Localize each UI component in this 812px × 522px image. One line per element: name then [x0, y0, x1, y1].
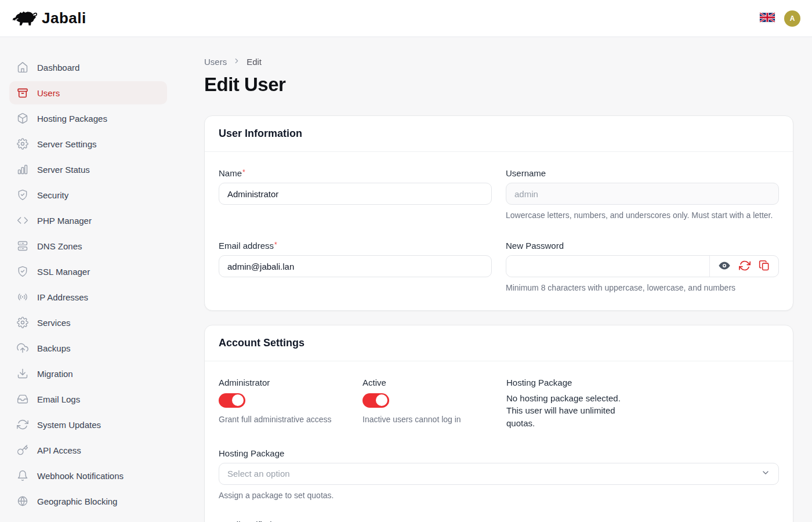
sidebar-item-ssl-manager[interactable]: SSL Manager: [9, 260, 167, 283]
password-field-group: New Password: [506, 241, 779, 293]
card-title: Account Settings: [219, 337, 779, 349]
required-asterisk: *: [242, 168, 245, 176]
chevron-down-icon: [761, 468, 770, 480]
chevron-right-icon: [233, 57, 241, 67]
email-verified-group: Email Verified At dd/mm/yyyy --:--: [219, 520, 779, 522]
generate-password-button[interactable]: [739, 260, 751, 273]
gear-icon: [16, 137, 29, 150]
sidebar-item-backups[interactable]: Backups: [9, 336, 167, 360]
sidebar-item-label: Users: [37, 88, 60, 98]
administrator-toggle-group: Administrator Grant full administrative …: [219, 378, 362, 430]
top-bar: Jabali A: [0, 0, 812, 37]
key-icon: [16, 444, 29, 456]
sidebar-item-label: Webhook Notifications: [37, 471, 124, 481]
active-toggle[interactable]: [362, 393, 389, 408]
shield-check-icon: [16, 188, 29, 201]
hosting-package-select[interactable]: Select an option: [219, 463, 779, 485]
username-field-group: Username Lowercase letters, numbers, and…: [506, 168, 779, 221]
name-field-label: Name: [219, 168, 242, 178]
name-input[interactable]: [219, 183, 492, 205]
sidebar-item-label: SSL Manager: [37, 267, 90, 277]
active-toggle-hint: Inactive users cannot log in: [362, 414, 506, 425]
user-avatar[interactable]: A: [784, 10, 800, 27]
sidebar-item-label: API Access: [37, 445, 81, 455]
breadcrumb: Users Edit: [204, 57, 793, 67]
administrator-toggle[interactable]: [219, 393, 245, 408]
sidebar-item-label: Server Settings: [37, 139, 97, 149]
hosting-package-status-text: No hosting package selected. This user w…: [506, 392, 633, 430]
sidebar-item-services[interactable]: Services: [9, 311, 167, 334]
cloud-upload-icon: [16, 342, 29, 354]
sidebar-item-api-access[interactable]: API Access: [9, 438, 167, 462]
globe-icon: [16, 495, 29, 507]
archive-icon: [16, 86, 29, 99]
page-title: Edit User: [204, 74, 793, 96]
sidebar-item-security[interactable]: Security: [9, 183, 167, 206]
download-icon: [16, 367, 29, 380]
sidebar-item-label: PHP Manager: [37, 216, 92, 226]
chart-bar-icon: [16, 163, 29, 176]
required-asterisk: *: [274, 241, 277, 249]
sidebar-item-label: Server Status: [37, 165, 90, 175]
home-icon: [16, 61, 29, 74]
username-input[interactable]: [506, 183, 779, 205]
breadcrumb-users-link[interactable]: Users: [204, 57, 227, 67]
sidebar-item-php-manager[interactable]: PHP Manager: [9, 209, 167, 232]
bell-icon: [16, 469, 29, 482]
brand-name: Jabali: [42, 9, 86, 27]
sidebar-item-ip-addresses[interactable]: IP Addresses: [9, 285, 167, 309]
email-field-label: Email address: [219, 241, 274, 251]
brand[interactable]: Jabali: [12, 9, 86, 28]
uk-flag-icon: [760, 12, 775, 24]
sidebar-item-dns-zones[interactable]: DNS Zones: [9, 234, 167, 258]
main-content: Users Edit Edit User User Information Na…: [176, 37, 812, 522]
sidebar-item-hosting-packages[interactable]: Hosting Packages: [9, 107, 167, 130]
language-selector[interactable]: [760, 12, 775, 24]
sidebar-item-migration[interactable]: Migration: [9, 362, 167, 385]
copy-password-button[interactable]: [759, 260, 770, 273]
sidebar-item-label: Migration: [37, 369, 73, 379]
email-verified-label: Email Verified At: [219, 520, 779, 522]
account-settings-card: Account Settings Administrator Grant ful…: [204, 325, 793, 522]
password-input[interactable]: [506, 256, 709, 277]
administrator-toggle-label: Administrator: [219, 378, 362, 387]
sidebar-item-server-settings[interactable]: Server Settings: [9, 132, 167, 155]
administrator-toggle-hint: Grant full administrative access: [219, 414, 362, 425]
sidebar-item-label: Dashboard: [37, 63, 79, 72]
sidebar-item-label: Services: [37, 318, 71, 328]
hosting-package-status-group: Hosting Package No hosting package selec…: [506, 378, 779, 430]
sidebar-item-geographic-blocking[interactable]: Geographic Blocking: [9, 490, 167, 513]
shield-check-icon: [16, 265, 29, 278]
gear-icon: [16, 316, 29, 329]
sidebar-item-label: System Updates: [37, 420, 101, 430]
username-field-label: Username: [506, 168, 779, 178]
select-placeholder: Select an option: [227, 469, 290, 478]
server-icon: [16, 240, 29, 252]
active-toggle-group: Active Inactive users cannot log in: [362, 378, 506, 430]
hosting-package-select-hint: Assign a package to set quotas.: [219, 490, 779, 501]
password-input-wrap: [506, 255, 779, 277]
copy-icon: [759, 260, 770, 273]
code-icon: [16, 214, 29, 227]
package-icon: [16, 112, 29, 125]
sidebar-item-server-status[interactable]: Server Status: [9, 158, 167, 181]
sidebar-item-email-logs[interactable]: Email Logs: [9, 387, 167, 411]
breadcrumb-current: Edit: [246, 57, 262, 67]
active-toggle-label: Active: [362, 378, 506, 387]
card-title: User Information: [219, 128, 779, 140]
sidebar: Dashboard Users Hosting Packages Server …: [0, 37, 176, 522]
sidebar-item-users[interactable]: Users: [9, 81, 167, 104]
email-input[interactable]: [219, 255, 492, 277]
password-hint: Minimum 8 characters with uppercase, low…: [506, 282, 779, 293]
password-field-label: New Password: [506, 241, 779, 251]
sidebar-item-webhook-notifications[interactable]: Webhook Notifications: [9, 464, 167, 487]
sidebar-item-label: Geographic Blocking: [37, 496, 117, 506]
eye-icon: [718, 259, 731, 274]
sidebar-item-dashboard[interactable]: Dashboard: [9, 56, 167, 79]
sidebar-item-system-updates[interactable]: System Updates: [9, 413, 167, 436]
show-password-button[interactable]: [718, 259, 731, 274]
sidebar-item-label: IP Addresses: [37, 292, 88, 302]
hosting-package-select-label: Hosting Package: [219, 448, 779, 458]
email-field-group: Email address*: [219, 241, 492, 293]
sidebar-item-label: Backups: [37, 343, 71, 353]
